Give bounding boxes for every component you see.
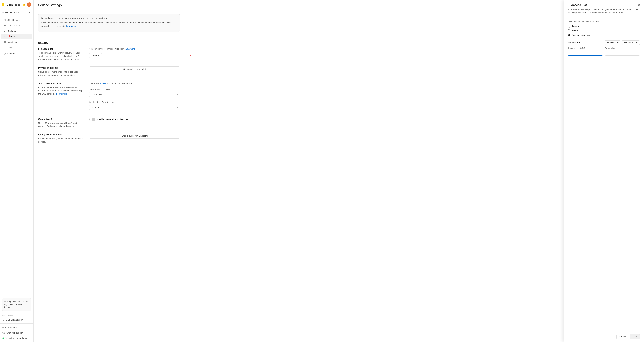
sidebar-label-sql-console: SQL Console bbox=[8, 19, 20, 21]
panel-close-button[interactable]: × bbox=[638, 3, 640, 7]
sql-admin-select[interactable]: Full access Read only No access bbox=[89, 92, 146, 97]
backups-icon: ↺ bbox=[3, 30, 6, 32]
ip-access-label: IP access list bbox=[38, 48, 85, 50]
sql-readonly-label: Service Read Only (0 users) bbox=[89, 101, 180, 104]
sql-readonly-select[interactable]: Full access Read only No access bbox=[89, 105, 146, 110]
generative-ai-section: Generative AI Use LLM providers such as … bbox=[38, 118, 180, 128]
clickhouse-logo-icon bbox=[2, 3, 6, 6]
radio-nowhere[interactable]: Nowhere bbox=[568, 29, 640, 32]
sidebar-item-monitoring[interactable]: ▦ Monitoring bbox=[1, 39, 32, 45]
sql-access-learn-more[interactable]: Learn more bbox=[56, 93, 67, 95]
ip-address-field-group: IP address or CIDR bbox=[568, 47, 603, 56]
sidebar-item-backups[interactable]: ↺ Backups bbox=[1, 28, 32, 34]
section-divider-security bbox=[38, 36, 180, 37]
upgrade-text: Upgrade in the next 30 days to unlock mo… bbox=[4, 301, 28, 309]
sql-access-desc: Control the permissions and access that … bbox=[38, 86, 85, 96]
private-endpoints-desc: Set up one or more endpoints to connect … bbox=[38, 70, 85, 77]
query-api-label: Query API Endpoints bbox=[38, 133, 85, 136]
generative-ai-toggle-row: Enable Generative AI features bbox=[89, 118, 180, 121]
service-selector[interactable]: ⊡ My first service ⌃ + bbox=[0, 9, 33, 16]
add-service-button[interactable]: + bbox=[28, 10, 31, 14]
description-input[interactable] bbox=[605, 50, 640, 56]
sidebar-item-data-sources[interactable]: ◈ Data sources bbox=[1, 23, 32, 28]
description-field-group: Description bbox=[605, 47, 640, 56]
ip-access-section: IP access list To ensure an extra layer … bbox=[38, 48, 180, 61]
query-api-right: Enable query API Endpoint bbox=[89, 133, 180, 139]
sql-users-link[interactable]: 1 user bbox=[100, 82, 106, 85]
sidebar-item-connect[interactable]: ⬡ Connect bbox=[1, 51, 32, 56]
security-section-title: Security bbox=[38, 41, 180, 44]
use-current-ip-button[interactable]: + Use current IP bbox=[622, 40, 640, 45]
org-label: Organization bbox=[2, 315, 31, 317]
avatar[interactable]: DA bbox=[27, 2, 31, 7]
access-list-actions: + Add new IP + Use current IP bbox=[605, 40, 640, 45]
sidebar-label-monitoring: Monitoring bbox=[8, 41, 18, 43]
svg-rect-2 bbox=[4, 3, 4, 6]
ip-access-right: You can connect to this service from any… bbox=[89, 48, 180, 58]
radio-specific-input[interactable] bbox=[568, 34, 570, 36]
svg-rect-0 bbox=[2, 3, 3, 6]
save-button[interactable]: Save bbox=[630, 334, 640, 339]
add-ips-button[interactable]: Add IPs bbox=[89, 53, 102, 58]
early-access-learn-more[interactable]: Learn more bbox=[66, 25, 77, 27]
panel-title: IP Access List bbox=[568, 3, 638, 7]
panel-body: Allow access to this service from Anywhe… bbox=[564, 17, 644, 331]
setup-private-endpoint-button[interactable]: Set up private endpoint bbox=[89, 66, 180, 72]
org-section: Organization ⊞ DA's Organization › bbox=[0, 313, 33, 324]
generative-ai-toggle-label: Enable Generative AI features bbox=[97, 118, 128, 121]
query-api-left: Query API Endpoints Enable a Generic Que… bbox=[38, 133, 85, 144]
sql-admin-group: Service Admin (1 user) Full access Read … bbox=[89, 88, 180, 100]
radio-specific[interactable]: Specific locations bbox=[568, 34, 640, 36]
radio-anywhere[interactable]: Anywhere bbox=[568, 25, 640, 28]
add-new-ip-button[interactable]: + Add new IP bbox=[605, 40, 620, 45]
svg-rect-3 bbox=[5, 3, 5, 4]
cancel-button[interactable]: Cancel bbox=[616, 334, 628, 339]
upgrade-icon: ⊙ bbox=[4, 301, 6, 303]
main-content-area: Service Settings Get early access to the… bbox=[34, 0, 644, 342]
sidebar-label-backups: Backups bbox=[8, 30, 16, 32]
private-endpoints-left: Private endpoints Set up one or more end… bbox=[38, 66, 85, 77]
chat-icon: 💬 bbox=[2, 332, 5, 334]
sql-readonly-group: Service Read Only (0 users) Full access … bbox=[89, 101, 180, 112]
radio-nowhere-input[interactable] bbox=[568, 29, 570, 32]
chat-support-item[interactable]: 💬 Chat with support bbox=[0, 330, 33, 336]
radio-nowhere-label: Nowhere bbox=[572, 29, 581, 32]
query-api-section: Query API Endpoints Enable a Generic Que… bbox=[38, 133, 180, 144]
notifications-icon[interactable]: 🔔 bbox=[22, 3, 26, 6]
radio-anywhere-input[interactable] bbox=[568, 25, 570, 28]
main-content: Get early access to the latest features,… bbox=[34, 10, 184, 153]
connect-info: You can connect to this service from any… bbox=[89, 48, 180, 50]
access-location-radio-group: Anywhere Nowhere Specific locations bbox=[568, 25, 640, 36]
chat-support-label: Chat with support bbox=[6, 332, 23, 334]
panel-header-content: IP Access List To ensure an extra layer … bbox=[568, 3, 638, 14]
early-access-line1: Get early access to the latest features,… bbox=[41, 16, 177, 20]
sql-access-left: SQL console access Control the permissio… bbox=[38, 82, 85, 96]
org-item[interactable]: ⊞ DA's Organization › bbox=[2, 318, 31, 322]
status-dot-icon bbox=[2, 338, 4, 339]
radio-specific-label: Specific locations bbox=[572, 34, 590, 36]
enable-query-api-button[interactable]: Enable query API Endpoint bbox=[89, 133, 180, 139]
svg-rect-1 bbox=[3, 3, 4, 6]
generative-ai-label: Generative AI bbox=[38, 118, 85, 120]
bottom-nav: ⧉ Integrations 💬 Chat with support All s… bbox=[0, 324, 33, 342]
app-name: ClickHouse bbox=[7, 3, 20, 6]
integrations-item[interactable]: ⧉ Integrations bbox=[0, 325, 33, 330]
radio-anywhere-label: Anywhere bbox=[572, 25, 582, 28]
sidebar-item-settings[interactable]: ≡ Settings bbox=[1, 34, 32, 39]
sidebar-item-help[interactable]: ? Help bbox=[1, 45, 32, 50]
select-chevron-readonly-icon: ⌄ bbox=[176, 106, 178, 108]
upgrade-box: ⊙ Upgrade in the next 30 days to unlock … bbox=[2, 298, 31, 311]
panel-header: IP Access List To ensure an extra layer … bbox=[564, 0, 644, 17]
generative-ai-left: Generative AI Use LLM providers such as … bbox=[38, 118, 85, 128]
connect-anywhere-link[interactable]: anywhere bbox=[126, 48, 135, 50]
service-selector-chevron: ⌃ bbox=[20, 11, 22, 13]
ip-access-left: IP access list To ensure an extra layer … bbox=[38, 48, 85, 61]
red-arrow-annotation: ← bbox=[189, 53, 194, 58]
generative-ai-toggle[interactable] bbox=[89, 118, 95, 121]
page-title: Service Settings bbox=[38, 3, 639, 7]
private-endpoints-section: Private endpoints Set up one or more end… bbox=[38, 66, 180, 77]
sidebar: ClickHouse 🔔 DA ⊡ My first service ⌃ + ⊞… bbox=[0, 0, 34, 342]
org-chevron-icon: › bbox=[30, 319, 31, 321]
ip-address-input[interactable] bbox=[568, 50, 603, 56]
sidebar-item-sql-console[interactable]: ⊞ SQL Console bbox=[1, 17, 32, 23]
